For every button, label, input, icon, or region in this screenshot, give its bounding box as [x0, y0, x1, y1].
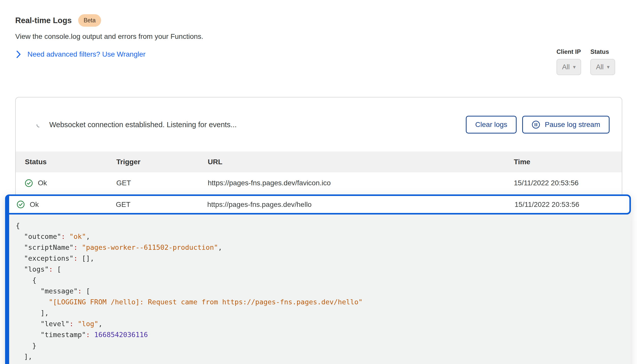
row-trigger: GET	[116, 179, 208, 187]
row-trigger: GET	[116, 201, 207, 209]
filter-status: Status All ▾	[590, 48, 615, 75]
clear-logs-button[interactable]: Clear logs	[466, 116, 517, 134]
row-time: 15/11/2022 20:53:56	[515, 201, 629, 209]
clear-logs-label: Clear logs	[475, 121, 507, 129]
code-line: {	[16, 275, 626, 286]
column-header-trigger: Trigger	[116, 158, 208, 166]
code-line: "outcome": "ok",	[16, 231, 626, 242]
pause-log-stream-label: Pause log stream	[545, 121, 600, 129]
status-dropdown-value: All	[596, 63, 603, 71]
page-header: Real-time Logs Beta	[15, 14, 101, 27]
column-header-time: Time	[514, 158, 622, 166]
expanded-log-item: Ok GET https://pages-fns.pages.dev/hello…	[5, 194, 631, 364]
pause-icon	[532, 120, 540, 129]
filters: Client IP All ▾ Status All ▾	[556, 48, 615, 75]
row-status-cell: Ok	[17, 201, 116, 209]
row-time: 15/11/2022 20:53:56	[514, 179, 622, 187]
column-header-status: Status	[25, 158, 116, 166]
page-description: View the console.log output and errors f…	[15, 32, 203, 41]
toolbar-buttons: Clear logs Pause log stream	[466, 116, 610, 134]
code-line: "logs": [	[16, 264, 626, 275]
code-line: "exceptions": [],	[16, 253, 626, 264]
filter-client-ip: Client IP All ▾	[556, 48, 581, 75]
websocket-status-message: Websocket connection established. Listen…	[49, 121, 237, 129]
pause-log-stream-button[interactable]: Pause log stream	[522, 116, 610, 134]
check-circle-icon	[17, 201, 25, 208]
row-status-text: Ok	[30, 201, 39, 209]
code-line: "level": "log",	[16, 318, 626, 329]
advanced-filters-link[interactable]: Need advanced filters? Use Wrangler	[27, 50, 146, 58]
filter-client-ip-label: Client IP	[556, 48, 581, 55]
client-ip-dropdown-value: All	[562, 63, 570, 71]
code-line: ],	[16, 351, 626, 362]
realtime-logs-page: Real-time Logs Beta View the console.log…	[0, 0, 637, 364]
caret-down-icon: ▾	[573, 64, 576, 70]
code-line: "message": [	[16, 286, 626, 296]
row-url: https://pages-fns.pages.dev/favicon.ico	[208, 179, 514, 187]
beta-badge: Beta	[78, 14, 101, 27]
spinner-icon	[36, 121, 43, 128]
code-line: {	[16, 220, 626, 231]
row-status-text: Ok	[38, 179, 47, 187]
advanced-filters-link-row[interactable]: Need advanced filters? Use Wrangler	[16, 50, 146, 58]
column-header-url: URL	[208, 158, 514, 166]
caret-down-icon: ▾	[607, 64, 610, 70]
client-ip-dropdown[interactable]: All ▾	[556, 59, 581, 75]
code-line: "timestamp": 1668542036116	[16, 329, 626, 340]
row-url: https://pages-fns.pages.dev/hello	[207, 201, 515, 209]
code-line: }	[16, 340, 626, 351]
websocket-status: Websocket connection established. Listen…	[36, 121, 237, 129]
log-table-row-selected[interactable]: Ok GET https://pages-fns.pages.dev/hello…	[9, 194, 631, 214]
chevron-right-icon	[16, 51, 21, 58]
log-table-header: Status Trigger URL Time	[16, 152, 622, 172]
filter-status-label: Status	[590, 48, 615, 55]
row-status-cell: Ok	[25, 179, 116, 187]
log-table-row[interactable]: Ok GET https://pages-fns.pages.dev/favic…	[16, 172, 622, 194]
status-dropdown[interactable]: All ▾	[590, 59, 615, 75]
check-circle-icon	[25, 179, 33, 187]
page-title: Real-time Logs	[15, 16, 72, 25]
code-line: "[LOGGING FROM /hello]: Request came fro…	[16, 296, 626, 307]
code-line: "scriptName": "pages-worker--611502-prod…	[16, 242, 626, 253]
log-detail-json: { "outcome": "ok", "scriptName": "pages-…	[9, 214, 631, 364]
log-toolbar: Websocket connection established. Listen…	[16, 114, 622, 136]
code-line: ],	[16, 307, 626, 318]
